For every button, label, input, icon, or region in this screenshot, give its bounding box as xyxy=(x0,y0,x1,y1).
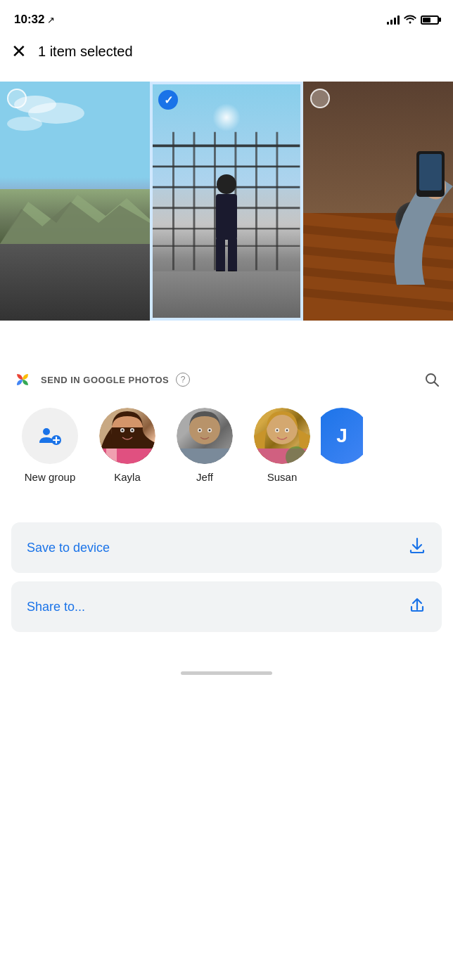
svg-point-55 xyxy=(209,430,211,432)
status-bar: 10:32 ↗ xyxy=(0,0,453,35)
svg-rect-5 xyxy=(60,278,72,321)
jo-avatar: J xyxy=(321,408,363,464)
signal-icon xyxy=(387,15,400,25)
svg-rect-6 xyxy=(76,257,91,321)
photo-cell-3[interactable] xyxy=(303,82,453,321)
svg-rect-4 xyxy=(39,264,56,321)
svg-rect-9 xyxy=(127,268,148,321)
svg-rect-45 xyxy=(106,449,117,464)
help-icon[interactable]: ? xyxy=(176,373,190,387)
status-time: 10:32 ↗ xyxy=(14,13,55,27)
contact-new-group[interactable]: New group xyxy=(11,408,89,483)
svg-point-22 xyxy=(217,174,236,194)
kayla-avatar xyxy=(99,408,155,464)
close-button[interactable]: ✕ xyxy=(11,42,27,60)
add-people-icon xyxy=(37,423,63,449)
photo-grid: ✓ xyxy=(0,82,453,321)
jeff-avatar xyxy=(177,408,233,464)
svg-rect-36 xyxy=(419,154,442,191)
svg-point-48 xyxy=(122,430,124,432)
selection-header: ✕ 1 item selected xyxy=(0,35,453,67)
contact-name-kayla: Kayla xyxy=(114,471,141,483)
share-header-left: SEND IN GOOGLE PHOTOS ? xyxy=(11,368,190,391)
share-section: SEND IN GOOGLE PHOTOS ? xyxy=(0,363,453,494)
svg-rect-8 xyxy=(109,282,123,321)
action-buttons: Save to device Share to... xyxy=(0,508,453,646)
svg-point-54 xyxy=(199,430,201,432)
contact-jo[interactable]: J xyxy=(321,408,363,483)
svg-rect-23 xyxy=(216,194,237,240)
photo-cell-2[interactable]: ✓ xyxy=(150,82,302,321)
jo-initial: J xyxy=(336,425,347,447)
share-to-label: Share to... xyxy=(27,600,85,614)
search-button[interactable] xyxy=(422,370,442,389)
svg-rect-2 xyxy=(7,271,21,321)
svg-point-62 xyxy=(286,430,288,432)
location-arrow-icon: ↗ xyxy=(47,15,55,25)
contact-susan[interactable]: Susan xyxy=(243,408,321,483)
status-icons xyxy=(387,14,439,26)
google-photos-logo xyxy=(11,368,34,391)
svg-rect-7 xyxy=(95,275,106,321)
save-to-device-button[interactable]: Save to device xyxy=(11,522,442,573)
svg-rect-3 xyxy=(25,285,35,321)
new-group-avatar xyxy=(22,408,78,464)
photo-select-indicator-1[interactable] xyxy=(7,89,27,108)
checkmark-icon: ✓ xyxy=(164,94,173,107)
battery-icon xyxy=(421,15,439,25)
search-icon xyxy=(423,371,440,388)
time-display: 10:32 xyxy=(14,13,44,27)
photo-select-indicator-3[interactable] xyxy=(310,89,330,108)
svg-point-39 xyxy=(43,428,50,435)
svg-rect-51 xyxy=(177,449,233,464)
save-to-device-label: Save to device xyxy=(27,541,110,555)
svg-rect-25 xyxy=(228,238,237,273)
share-icon xyxy=(408,595,426,618)
svg-point-61 xyxy=(276,430,279,432)
contacts-row: New group xyxy=(11,402,442,494)
home-indicator xyxy=(0,660,453,682)
share-to-button[interactable]: Share to... xyxy=(11,581,442,632)
svg-point-49 xyxy=(132,430,134,432)
contact-name-new-group: New group xyxy=(25,471,76,483)
contact-kayla[interactable]: Kayla xyxy=(89,408,166,483)
share-title-label: SEND IN GOOGLE PHOTOS xyxy=(41,375,169,385)
svg-rect-24 xyxy=(216,238,225,273)
home-bar xyxy=(181,671,272,675)
selection-count-label: 1 item selected xyxy=(38,44,133,60)
contact-jeff[interactable]: Jeff xyxy=(166,408,243,483)
susan-avatar xyxy=(254,408,310,464)
photo-cell-1[interactable] xyxy=(0,82,150,321)
wifi-icon xyxy=(404,14,416,26)
download-icon xyxy=(408,536,426,559)
svg-line-38 xyxy=(435,382,439,387)
contact-name-jeff: Jeff xyxy=(196,471,213,483)
share-header: SEND IN GOOGLE PHOTOS ? xyxy=(11,363,442,402)
contact-name-susan: Susan xyxy=(267,471,298,483)
